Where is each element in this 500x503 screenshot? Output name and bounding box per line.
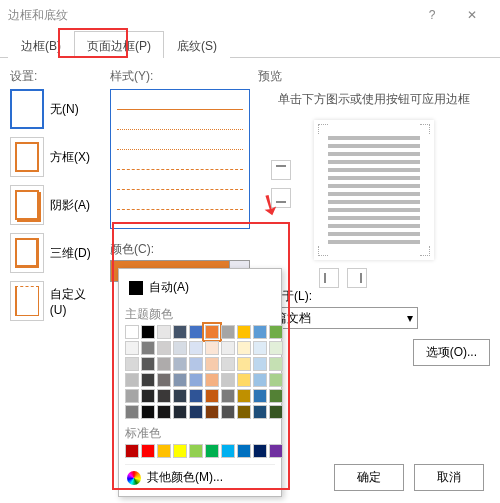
color-swatch[interactable]	[237, 373, 251, 387]
color-swatch[interactable]	[141, 389, 155, 403]
color-swatch[interactable]	[221, 373, 235, 387]
color-swatch[interactable]	[141, 373, 155, 387]
color-swatch[interactable]	[205, 444, 219, 458]
tab-page-border[interactable]: 页面边框(P)	[74, 31, 164, 58]
color-swatch[interactable]	[189, 444, 203, 458]
color-swatch[interactable]	[205, 389, 219, 403]
color-swatch[interactable]	[157, 389, 171, 403]
color-swatch[interactable]	[141, 405, 155, 419]
color-swatch[interactable]	[221, 444, 235, 458]
tab-border[interactable]: 边框(B)	[8, 31, 74, 58]
color-swatch[interactable]	[237, 325, 251, 339]
setting-custom[interactable]: 自定义(U)	[10, 281, 102, 321]
ok-button[interactable]: 确定	[334, 464, 404, 491]
theme-colors-label: 主题颜色	[125, 306, 275, 323]
color-swatch[interactable]	[125, 405, 139, 419]
tab-shading[interactable]: 底纹(S)	[164, 31, 230, 58]
color-swatch[interactable]	[189, 357, 203, 371]
border-top-button[interactable]	[271, 160, 291, 180]
color-swatch[interactable]	[157, 405, 171, 419]
close-button[interactable]: ✕	[452, 0, 492, 30]
color-swatch[interactable]	[253, 325, 267, 339]
color-swatch[interactable]	[253, 444, 267, 458]
color-swatch[interactable]	[189, 341, 203, 355]
preview-hint: 单击下方图示或使用按钮可应用边框	[258, 91, 490, 108]
color-swatch[interactable]	[157, 357, 171, 371]
color-swatch[interactable]	[173, 357, 187, 371]
color-swatch[interactable]	[269, 444, 283, 458]
color-swatch[interactable]	[141, 341, 155, 355]
color-swatch[interactable]	[157, 444, 171, 458]
color-swatch[interactable]	[157, 373, 171, 387]
color-swatch[interactable]	[189, 405, 203, 419]
color-swatch[interactable]	[157, 325, 171, 339]
color-auto[interactable]: 自动(A)	[125, 275, 275, 300]
color-swatch[interactable]	[189, 389, 203, 403]
color-swatch[interactable]	[141, 325, 155, 339]
color-swatch[interactable]	[269, 373, 283, 387]
border-left-button[interactable]	[319, 268, 339, 288]
standard-colors-label: 标准色	[125, 425, 275, 442]
settings-label: 设置:	[10, 68, 102, 85]
color-swatch[interactable]	[253, 389, 267, 403]
color-swatch[interactable]	[189, 373, 203, 387]
cancel-button[interactable]: 取消	[414, 464, 484, 491]
color-swatch[interactable]	[237, 444, 251, 458]
color-swatch[interactable]	[253, 373, 267, 387]
color-swatch[interactable]	[205, 405, 219, 419]
color-swatch[interactable]	[205, 357, 219, 371]
options-button[interactable]: 选项(O)...	[413, 339, 490, 366]
color-swatch[interactable]	[173, 389, 187, 403]
color-swatch[interactable]	[221, 325, 235, 339]
preview-page[interactable]	[314, 120, 434, 260]
color-swatch[interactable]	[269, 405, 283, 419]
setting-none[interactable]: 无(N)	[10, 89, 102, 129]
black-swatch	[129, 281, 143, 295]
color-swatch[interactable]	[269, 357, 283, 371]
color-swatch[interactable]	[173, 444, 187, 458]
color-swatch[interactable]	[125, 341, 139, 355]
color-label: 颜色(C):	[110, 241, 250, 258]
color-swatch[interactable]	[237, 357, 251, 371]
color-swatch[interactable]	[237, 405, 251, 419]
color-swatch[interactable]	[269, 325, 283, 339]
color-swatch[interactable]	[173, 341, 187, 355]
setting-shadow[interactable]: 阴影(A)	[10, 185, 102, 225]
color-swatch[interactable]	[237, 341, 251, 355]
color-swatch[interactable]	[125, 389, 139, 403]
color-swatch[interactable]	[221, 357, 235, 371]
setting-3d[interactable]: 三维(D)	[10, 233, 102, 273]
color-swatch[interactable]	[125, 373, 139, 387]
color-swatch[interactable]	[221, 405, 235, 419]
help-button[interactable]: ?	[412, 0, 452, 30]
setting-box[interactable]: 方框(X)	[10, 137, 102, 177]
color-swatch[interactable]	[173, 325, 187, 339]
setting-shadow-label: 阴影(A)	[50, 197, 90, 214]
color-swatch[interactable]	[205, 325, 219, 339]
color-swatch[interactable]	[157, 341, 171, 355]
color-swatch[interactable]	[269, 389, 283, 403]
color-swatch[interactable]	[125, 325, 139, 339]
color-swatch[interactable]	[173, 373, 187, 387]
color-swatch[interactable]	[205, 373, 219, 387]
theme-color-grid	[125, 325, 275, 419]
border-right-button[interactable]	[347, 268, 367, 288]
color-swatch[interactable]	[141, 357, 155, 371]
setting-custom-label: 自定义(U)	[50, 286, 102, 317]
color-swatch[interactable]	[253, 341, 267, 355]
color-swatch[interactable]	[253, 405, 267, 419]
color-swatch[interactable]	[253, 357, 267, 371]
more-colors[interactable]: 其他颜色(M)...	[125, 464, 275, 490]
color-swatch[interactable]	[173, 405, 187, 419]
color-swatch[interactable]	[269, 341, 283, 355]
color-swatch[interactable]	[125, 357, 139, 371]
color-swatch[interactable]	[221, 389, 235, 403]
color-swatch[interactable]	[221, 341, 235, 355]
style-listbox[interactable]	[110, 89, 250, 229]
color-swatch[interactable]	[125, 444, 139, 458]
color-swatch[interactable]	[141, 444, 155, 458]
color-swatch[interactable]	[237, 389, 251, 403]
color-swatch[interactable]	[205, 341, 219, 355]
preview-label: 预览	[258, 68, 490, 85]
color-swatch[interactable]	[189, 325, 203, 339]
